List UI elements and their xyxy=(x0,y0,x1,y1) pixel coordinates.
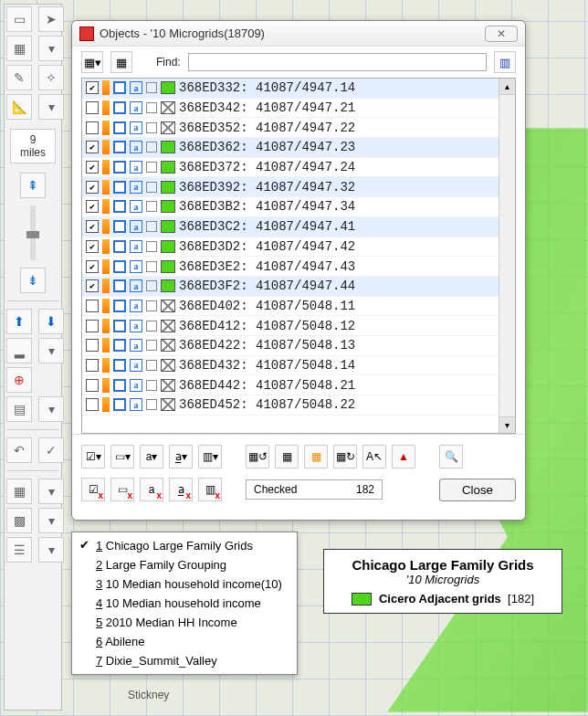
table-row[interactable]: a368ED3D2: 41087/4947.42 xyxy=(82,237,499,258)
table-row[interactable]: a368ED352: 41087/4947.22 xyxy=(82,118,499,138)
select-tool-icon[interactable]: ▭ xyxy=(6,6,32,32)
table-row[interactable]: a368ED442: 41087/5048.21 xyxy=(82,375,499,395)
scrollbar[interactable]: ▴ ▾ xyxy=(499,79,515,433)
query-icon[interactable]: 🔍 xyxy=(439,445,463,469)
find-input[interactable] xyxy=(188,53,487,71)
table-row[interactable]: a368ED402: 41087/5048.11 xyxy=(82,297,499,317)
row-checkbox[interactable] xyxy=(86,260,99,273)
row-label-a-icon[interactable]: a xyxy=(130,359,142,372)
label-cursor-icon[interactable]: A↖ xyxy=(362,445,386,469)
row-marker-box[interactable] xyxy=(146,221,157,232)
flag-icon[interactable]: ▲ xyxy=(392,445,415,469)
table-row[interactable]: a368ED3C2: 41087/4947.41 xyxy=(82,217,499,237)
arrow-up-icon[interactable]: ⬆ xyxy=(6,309,32,334)
group-by-icon[interactable]: ▦▾ xyxy=(81,51,103,73)
row-label-a-icon[interactable]: a xyxy=(130,300,142,312)
table-row[interactable]: a368ED3E2: 41087/4947.43 xyxy=(82,257,499,277)
row-select-box[interactable] xyxy=(113,181,126,194)
row-label-a-icon[interactable]: a xyxy=(130,260,142,273)
chart-icon[interactable]: ▥▾ xyxy=(198,445,222,469)
measure-icon[interactable]: 📐 xyxy=(6,94,32,120)
row-label-a-icon[interactable]: a xyxy=(130,320,142,332)
row-checkbox[interactable] xyxy=(86,240,99,253)
row-marker-box[interactable] xyxy=(146,82,157,93)
row-checkbox[interactable] xyxy=(86,161,99,174)
row-checkbox[interactable] xyxy=(86,141,99,153)
row-label-a-icon[interactable]: a xyxy=(130,220,142,233)
row-label-a-icon[interactable]: a xyxy=(130,121,142,134)
row-select-box[interactable] xyxy=(113,161,126,174)
measure-dropdown-icon[interactable]: ▾ xyxy=(38,94,64,120)
row-label-a-icon[interactable]: a xyxy=(130,81,142,94)
row-label-a-icon[interactable]: a xyxy=(130,200,142,213)
row-label-a-icon[interactable]: a xyxy=(130,398,142,411)
row-checkbox[interactable] xyxy=(86,379,99,392)
scroll-down-icon[interactable]: ▾ xyxy=(499,416,515,433)
ruler-icon[interactable]: ▂ xyxy=(6,338,32,363)
stack-icon[interactable]: ▤ xyxy=(6,396,32,422)
row-checkbox[interactable] xyxy=(86,181,99,194)
row-select-box[interactable] xyxy=(113,320,126,332)
row-label-a-icon[interactable]: a xyxy=(130,141,142,153)
table-row[interactable]: a368ED422: 41087/5048.13 xyxy=(82,336,499,356)
row-label-a-icon[interactable]: a xyxy=(130,279,142,292)
table-row[interactable]: a368ED342: 41087/4947.21 xyxy=(82,99,499,119)
menu-item[interactable]: 7 Dixie_Summit_Valley xyxy=(72,651,297,670)
table-row[interactable]: a368ED362: 41087/4947.23 xyxy=(82,138,499,158)
copy-tiles-icon[interactable]: ▦↻ xyxy=(333,445,357,469)
menu-item[interactable]: 3 10 Median household income(10) xyxy=(72,574,297,594)
row-checkbox[interactable] xyxy=(86,339,99,352)
table-row[interactable]: a368ED332: 41087/4947.14 xyxy=(82,79,499,99)
row-checkbox[interactable] xyxy=(86,101,99,114)
table-row[interactable]: a368ED432: 41087/5048.14 xyxy=(82,356,499,376)
row-select-box[interactable] xyxy=(113,141,126,153)
objects-panel-dropdown-icon[interactable]: ▾ xyxy=(38,479,64,504)
pointer-tool-icon[interactable]: ➤ xyxy=(38,6,64,32)
stack-dropdown-icon[interactable]: ▾ xyxy=(38,396,64,422)
row-label-a-icon[interactable]: a xyxy=(130,240,142,253)
row-label-a-icon[interactable]: a xyxy=(130,379,142,392)
row-checkbox[interactable] xyxy=(86,279,99,292)
row-marker-box[interactable] xyxy=(146,261,157,272)
tiles-icon[interactable]: ▦ xyxy=(110,51,132,73)
row-select-box[interactable] xyxy=(113,339,126,352)
row-checkbox[interactable] xyxy=(86,200,99,213)
zoom-in-icon[interactable]: ⊕ xyxy=(6,367,32,393)
row-label-a-icon[interactable]: a xyxy=(130,101,142,114)
table-row[interactable]: a368ED372: 41087/4947.24 xyxy=(82,158,499,178)
select-all-icon[interactable]: ▭▾ xyxy=(110,445,134,469)
zoom-extent-up-icon[interactable]: ⇞ xyxy=(20,173,46,198)
row-checkbox[interactable] xyxy=(86,121,99,134)
deselect-all-icon[interactable]: ▭x xyxy=(110,478,134,501)
row-marker-box[interactable] xyxy=(146,201,157,212)
columns-icon[interactable]: ▥ xyxy=(494,51,516,73)
row-select-box[interactable] xyxy=(113,279,126,292)
check-all-icon[interactable]: ☑▾ xyxy=(81,445,105,469)
row-marker-box[interactable] xyxy=(146,162,157,173)
row-marker-box[interactable] xyxy=(146,300,157,311)
scroll-up-icon[interactable]: ▴ xyxy=(499,79,515,95)
close-icon[interactable]: ✕ xyxy=(485,26,518,42)
uncheck-all-icon[interactable]: ☑x xyxy=(81,478,105,501)
row-marker-box[interactable] xyxy=(146,399,157,410)
row-select-box[interactable] xyxy=(113,260,126,273)
row-select-box[interactable] xyxy=(113,200,126,213)
raster-icon[interactable]: ▩ xyxy=(6,508,32,533)
row-checkbox[interactable] xyxy=(86,220,99,233)
row-select-box[interactable] xyxy=(113,220,126,233)
snap-icon[interactable]: ✧ xyxy=(38,65,64,90)
link-objects-icon[interactable]: ▦↺ xyxy=(246,445,269,469)
menu-item[interactable]: 5 2010 Median HH Income xyxy=(72,613,297,632)
arrow-down-icon[interactable]: ⬇ xyxy=(38,309,64,334)
menu-item[interactable]: 2 Large Family Grouping xyxy=(72,555,297,574)
undo-icon[interactable]: ↶ xyxy=(6,437,32,463)
apply-icon[interactable]: ✓ xyxy=(38,437,64,463)
row-checkbox[interactable] xyxy=(86,320,99,332)
row-select-box[interactable] xyxy=(113,300,126,312)
label2-icon[interactable]: a̲▾ xyxy=(169,445,193,469)
legend-icon[interactable]: ☰ xyxy=(6,537,32,563)
row-marker-box[interactable] xyxy=(146,142,157,153)
row-select-box[interactable] xyxy=(113,398,126,411)
ruler-dropdown-icon[interactable]: ▾ xyxy=(38,338,64,363)
row-marker-box[interactable] xyxy=(146,102,157,113)
